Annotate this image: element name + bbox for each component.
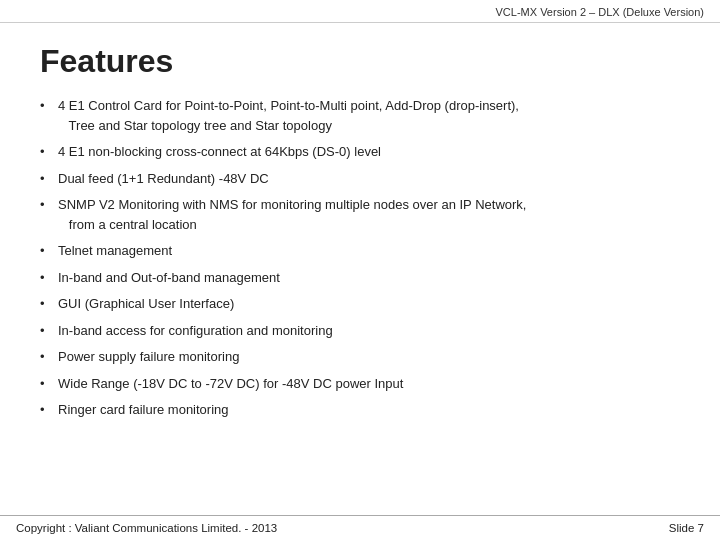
feature-text-7: GUI (Graphical User Interface) [58,294,680,314]
features-list: • 4 E1 Control Card for Point-to-Point, … [40,96,680,420]
main-content: Features • 4 E1 Control Card for Point-t… [0,23,720,437]
bullet-7: • [40,294,58,314]
footer-slide: Slide 7 [669,522,704,534]
bullet-10: • [40,374,58,394]
list-item: • Ringer card failure monitoring [40,400,680,420]
list-item: • Telnet management [40,241,680,261]
feature-text-5: Telnet management [58,241,680,261]
feature-text-2: 4 E1 non-blocking cross-connect at 64Kbp… [58,142,680,162]
bullet-11: • [40,400,58,420]
feature-text-1: 4 E1 Control Card for Point-to-Point, Po… [58,96,680,135]
bullet-9: • [40,347,58,367]
bullet-1: • [40,96,58,116]
feature-text-6: In-band and Out-of-band management [58,268,680,288]
header-title: VCL-MX Version 2 – DLX (Deluxe Version) [496,6,704,18]
page-container: VCL-MX Version 2 – DLX (Deluxe Version) … [0,0,720,540]
footer-bar: Copyright : Valiant Communications Limit… [0,515,720,540]
list-item: • SNMP V2 Monitoring with NMS for monito… [40,195,680,234]
list-item: • Power supply failure monitoring [40,347,680,367]
feature-text-8: In-band access for configuration and mon… [58,321,680,341]
list-item: • Wide Range (-18V DC to -72V DC) for -4… [40,374,680,394]
list-item: • 4 E1 Control Card for Point-to-Point, … [40,96,680,135]
bullet-5: • [40,241,58,261]
feature-text-11: Ringer card failure monitoring [58,400,680,420]
page-title: Features [40,43,680,80]
feature-text-4: SNMP V2 Monitoring with NMS for monitori… [58,195,680,234]
bullet-3: • [40,169,58,189]
bullet-4: • [40,195,58,215]
list-item: • 4 E1 non-blocking cross-connect at 64K… [40,142,680,162]
feature-text-10: Wide Range (-18V DC to -72V DC) for -48V… [58,374,680,394]
footer-copyright: Copyright : Valiant Communications Limit… [16,522,277,534]
list-item: • Dual feed (1+1 Redundant) -48V DC [40,169,680,189]
list-item: • GUI (Graphical User Interface) [40,294,680,314]
feature-text-3: Dual feed (1+1 Redundant) -48V DC [58,169,680,189]
list-item: • In-band access for configuration and m… [40,321,680,341]
list-item: • In-band and Out-of-band management [40,268,680,288]
feature-text-9: Power supply failure monitoring [58,347,680,367]
header-bar: VCL-MX Version 2 – DLX (Deluxe Version) [0,0,720,23]
bullet-6: • [40,268,58,288]
bullet-2: • [40,142,58,162]
bullet-8: • [40,321,58,341]
